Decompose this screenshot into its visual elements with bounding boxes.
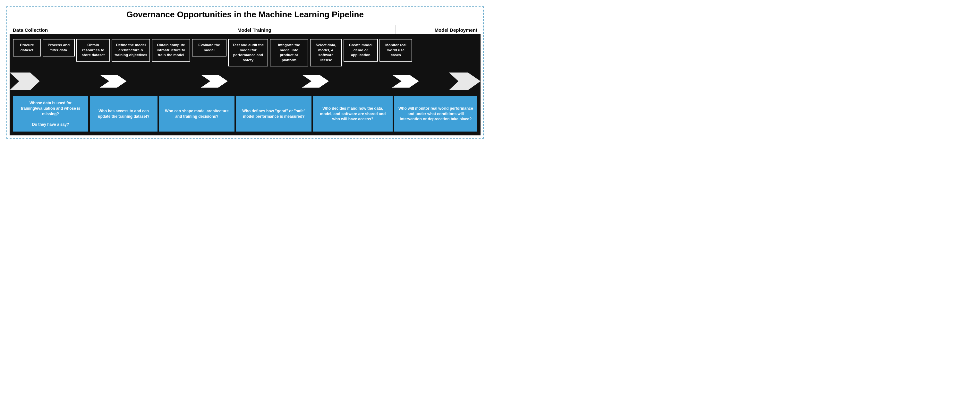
governance-q1: Whose data is used for training/evaluati… [13, 96, 88, 132]
section-label-data-collection: Data Collection [10, 25, 113, 34]
section-labels-row: Data Collection Model Training Model Dep… [10, 25, 480, 34]
step-test-audit: Test and audit the model for performance… [228, 39, 268, 67]
governance-questions-row: Whose data is used for training/evaluati… [10, 96, 480, 135]
steps-row: Procure dataset Process and filter data … [10, 34, 480, 67]
governance-q6: Who will monitor real world performance … [394, 96, 477, 132]
arrow-zone [10, 68, 480, 95]
page-title: Governance Opportunities in the Machine … [10, 10, 480, 19]
step-monitor: Monitor real world use cases [380, 39, 412, 62]
section-label-model-deployment: Model Deployment [396, 25, 480, 34]
step-integrate: Integrate the model into product or plat… [270, 39, 308, 67]
governance-q3: Who can shape model architecture and tra… [159, 96, 234, 132]
governance-q5: Who decides if and how the data, model, … [313, 96, 392, 132]
outer-border: Governance Opportunities in the Machine … [6, 6, 484, 138]
step-define-architecture: Define the model architecture & training… [111, 39, 150, 62]
step-obtain-resources: Obtain resources to store dataset [76, 39, 110, 62]
pipeline-band: Procure dataset Process and filter data … [10, 34, 480, 135]
pipeline-flow-svg [10, 68, 480, 95]
step-procure-dataset: Procure dataset [13, 39, 41, 56]
governance-q4: Who defines how "good" or "safe" model p… [236, 96, 312, 132]
step-obtain-compute: Obtain compute infrastructure to train t… [152, 39, 190, 62]
step-create-demo: Create model demo or application [344, 39, 378, 62]
governance-q2: Who has access to and can update the tra… [90, 96, 158, 132]
step-select-license: Select data, model, & software license [310, 39, 342, 67]
step-process-filter: Process and filter data [43, 39, 75, 56]
step-evaluate-model: Evaluate the model [192, 39, 226, 56]
section-label-model-training: Model Training [113, 25, 396, 34]
